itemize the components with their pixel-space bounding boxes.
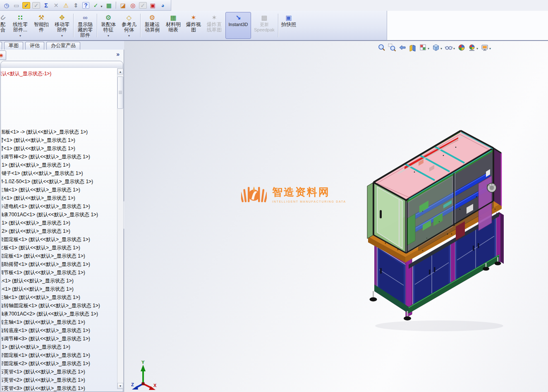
dropdown-caret-icon[interactable]: ▾ <box>476 47 478 50</box>
display-style-icon[interactable] <box>431 43 440 52</box>
equations-icon[interactable]: Σ <box>41 1 51 10</box>
limit-range-icon[interactable]: ⇕ <box>71 1 81 10</box>
history-icon[interactable]: ▭ <box>12 1 21 10</box>
ribbon-button-bill-of-materials[interactable]: ▦材料明细表 <box>163 12 183 39</box>
hide-show-items-icon[interactable] <box>444 43 453 52</box>
tree-item[interactable]: M-1.0Z-50<1> (默认<<默认>_显示状态 1>) <box>2 177 115 186</box>
tree-item[interactable]: 石英管<1> (默认<<默认>_显示状态 1>) <box>2 368 115 376</box>
previous-view-icon[interactable] <box>398 43 407 52</box>
command-tab-1[interactable]: 评估 <box>25 42 44 50</box>
tree-item[interactable]: B<1> (默认<<默认>_显示状态 1>) <box>2 285 115 293</box>
machine-model[interactable] <box>357 122 505 333</box>
check-disabled-icon[interactable]: ✓ <box>138 1 148 10</box>
tree-item[interactable]: <1> (默认<<默认>_显示状态 1>) <box>2 343 115 351</box>
ribbon-button-new-motion-study[interactable]: ⚙新建运动算例 <box>142 12 163 39</box>
verify-icon[interactable]: ✓ <box>91 1 101 10</box>
command-tabs: 草图评估办公室产品 <box>0 41 124 50</box>
dropdown-caret-icon[interactable]: ▼ <box>61 33 64 38</box>
ribbon-button-exploded-view[interactable]: ✶爆炸视图 <box>184 12 203 39</box>
performance-rings-icon[interactable]: ◎ <box>128 1 138 10</box>
ribbon-button-label: 参考几何体 <box>121 22 137 33</box>
tree-item[interactable]: 辅助摇臂<1> (默认<<默认>_显示状态 1>) <box>2 260 115 268</box>
scroll-down-arrow-icon[interactable]: ▼ <box>117 383 123 389</box>
tree-item[interactable]: -面板<1> -> (默认<<默认>_显示状态 1>) <box>2 128 115 136</box>
tree-item[interactable]: <1> (默认<<默认>_显示状态 1>) <box>2 161 115 169</box>
tree-item[interactable]: 接固定板<1> (默认<<默认>_显示状态 1>) <box>2 235 115 244</box>
instant3d-icon: ↘ <box>235 13 241 22</box>
tree-item[interactable]: 旋转底座<1> (默认<<默认>_显示状态 1>) <box>2 326 115 335</box>
ribbon-button-label: 配合 <box>0 22 7 33</box>
ribbon-button-explode-line-sketch: ✶爆炸直线草图 <box>204 12 225 39</box>
feature-tree: -面板<1> -> (默认<<默认>_显示状态 1>)臂<1> (默认<<默认>… <box>2 128 115 392</box>
view-settings-icon[interactable] <box>480 43 489 52</box>
select-on-icon[interactable]: ✓ <box>22 1 31 10</box>
tree-item[interactable]: 臂<1> (默认<<默认>_显示状态 1>) <box>2 144 115 153</box>
tree-item[interactable]: <1> (默认<<默认>_显示状态 1>) <box>2 219 115 227</box>
dropdown-caret-icon[interactable]: ▾ <box>489 47 491 50</box>
tree-item[interactable]: 管固定板<1> (默认<<默认>_显示状态 1>) <box>2 351 115 359</box>
panel-tab-icon[interactable]: ◉ <box>0 50 6 60</box>
tree-item[interactable]: 主轴<1> (默认<<默认>_显示状态 1>) <box>2 293 115 301</box>
dropdown-caret-icon[interactable]: ▼ <box>19 33 22 38</box>
ribbon-button-mate[interactable]: ⊂配合 <box>0 12 9 39</box>
web-sphere-icon[interactable]: ◕ <box>158 1 168 10</box>
dropdown-caret-icon[interactable]: ▼ <box>128 33 131 38</box>
ribbon-button-instant3d[interactable]: ↘Instant3D <box>225 12 251 39</box>
ribbon-button-move-component[interactable]: ✥移动零部件▼ <box>52 12 72 39</box>
zoom-to-area-icon[interactable] <box>388 43 397 52</box>
dropdown-caret-icon[interactable]: ▾ <box>453 47 455 50</box>
tree-item[interactable]: 臂<1> (默认<<默认>_显示状态 1>) <box>2 136 115 144</box>
ribbon-button-linear-component-pattern[interactable]: ∷线性零部件...▼ <box>10 12 31 39</box>
interference-check-icon[interactable]: ✕ <box>51 1 61 10</box>
section-view-icon[interactable] <box>408 43 417 52</box>
tree-item[interactable]: 石英管<2> (默认<<默认>_显示状态 1>) <box>2 376 115 384</box>
command-tab-0[interactable]: 草图 <box>4 42 23 50</box>
ribbon-button-assembly-features[interactable]: ⚙装配体特征▼ <box>98 12 118 39</box>
tab-partial[interactable] <box>0 42 2 50</box>
scroll-up-arrow-icon[interactable]: ▲ <box>117 69 123 74</box>
edit-appearance-icon[interactable] <box>457 43 466 52</box>
design-table-icon[interactable]: ▦ <box>104 1 114 10</box>
tree-item[interactable]: 固定板<1> (默认<<默认>_显示状态 1>) <box>2 252 115 260</box>
panel-overflow-chevron[interactable]: » <box>116 51 120 57</box>
select-off-icon[interactable]: ✓ <box>31 1 41 10</box>
file-question-icon[interactable]: ? <box>81 1 91 10</box>
tree-item[interactable]: 石英管<3> (默认<<默认>_显示状态 1>) <box>2 384 115 392</box>
zoom-to-fit-icon[interactable] <box>377 43 386 52</box>
tree-item[interactable]: 格调节棒<3> (默认<<默认>_显示状态 1>) <box>2 335 115 343</box>
tree-item[interactable]: 格调节棒<2> (默认<<默认>_显示状态 1>) <box>2 153 115 161</box>
tree-item[interactable]: 轴承7001AC<1> (默认<<默认>_显示状态 1>) <box>2 210 115 219</box>
dropdown-caret-icon[interactable]: ▼ <box>100 5 103 8</box>
tree-item[interactable]: 管固定板<2> (默认<<默认>_显示状态 1>) <box>2 359 115 368</box>
dropdown-caret-icon[interactable]: ▼ <box>107 33 110 38</box>
tree-item[interactable]: 支板<1> (默认<<默认>_显示状态 1>) <box>2 244 115 252</box>
tree-item[interactable]: 转主轴<1> (默认<<默认>_显示状态 1>) <box>2 318 115 326</box>
dropdown-caret-icon[interactable]: ▾ <box>440 47 442 50</box>
dropdown-caret-icon[interactable]: ▾ <box>428 47 429 50</box>
command-tab-2[interactable]: 办公室产品 <box>46 42 80 50</box>
ribbon: ⊂配合∷线性零部件...▼⚒智能扣件✥移动零部件▼∞显示隐藏的零部件⚙装配体特征… <box>0 11 387 41</box>
ribbon-button-smart-fasteners[interactable]: ⚒智能扣件 <box>31 12 51 39</box>
exploded-view-icon: ✶ <box>191 13 196 22</box>
tree-item[interactable]: 旋转轴固定板<1> (默认<<默认>_显示状态 1>) <box>2 301 115 310</box>
tree-item[interactable]: 座<1> (默认<<默认>_显示状态 1>) <box>2 194 115 202</box>
tree-item[interactable]: 主轴<1> (默认<<默认>_显示状态 1>) <box>2 186 115 194</box>
tree-item[interactable]: 3键子<1> (默认<<默认>_显示状态 1>) <box>2 169 115 177</box>
viewport[interactable]: ▾▾▾▾▾ 智造资料网 INTELLIGENT MANUFACTURING DA… <box>124 41 548 392</box>
design-review-icon[interactable]: ◪ <box>118 1 128 10</box>
performance-gauge-icon[interactable]: ◷ <box>2 1 11 10</box>
tree-item[interactable]: <2> (默认<<默认>_显示状态 1>) <box>2 227 115 235</box>
ribbon-button-reference-geometry[interactable]: ◇参考几何体▼ <box>119 12 139 39</box>
apply-scene-icon[interactable] <box>467 43 476 52</box>
view-orientation-icon[interactable] <box>419 43 428 52</box>
tree-item[interactable]: A<1> (默认<<默认>_显示状态 1>) <box>2 277 115 285</box>
tree-item[interactable]: 步进电机<1> (默认<<默认>_显示状态 1>) <box>2 202 115 210</box>
tree-item[interactable]: 轴承7001AC<2> (默认<<默认>_显示状态 1>) <box>2 310 115 318</box>
tree-scrollbar[interactable]: ▲ ▼ <box>117 68 124 389</box>
scrollbar-thumb[interactable] <box>117 76 123 109</box>
warning-icon[interactable]: ⚠ <box>61 1 71 10</box>
ribbon-button-show-hidden-components[interactable]: ∞显示隐藏的零部件 <box>75 12 96 39</box>
tree-item[interactable]: 调节板<1> (默认<<默认>_显示状态 1>) <box>2 268 115 277</box>
ribbon-button-take-snapshot[interactable]: ▣拍快照 <box>280 12 298 39</box>
red-squares-icon[interactable]: ▣ <box>148 1 158 10</box>
